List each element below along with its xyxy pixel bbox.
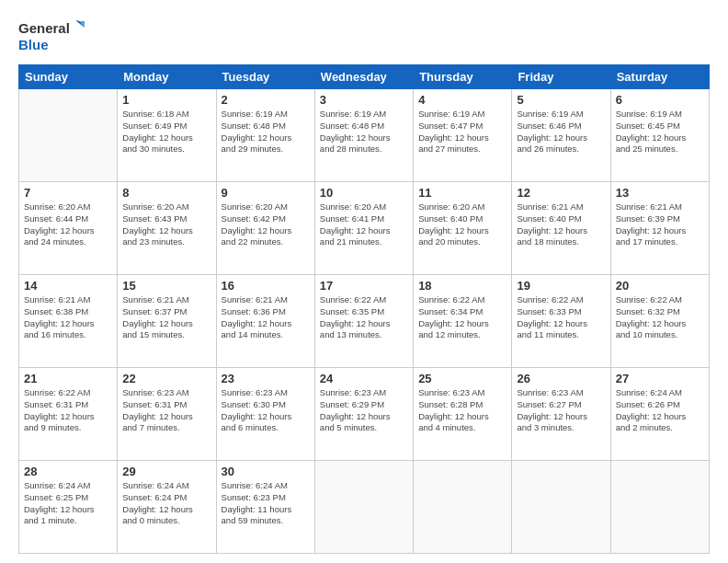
day-number: 10 (320, 186, 408, 200)
day-info: Sunrise: 6:19 AM Sunset: 6:47 PM Dayligh… (418, 109, 506, 155)
day-number: 7 (24, 186, 112, 200)
calendar-cell (610, 461, 709, 554)
weekday-header: Monday (118, 65, 216, 89)
calendar-cell: 13Sunrise: 6:21 AM Sunset: 6:39 PM Dayli… (610, 182, 709, 275)
day-info: Sunrise: 6:20 AM Sunset: 6:42 PM Dayligh… (222, 201, 310, 248)
calendar-cell: 5Sunrise: 6:19 AM Sunset: 6:46 PM Daylig… (512, 89, 610, 182)
calendar-cell: 20Sunrise: 6:22 AM Sunset: 6:32 PM Dayli… (610, 275, 709, 368)
day-info: Sunrise: 6:24 AM Sunset: 6:26 PM Dayligh… (616, 387, 704, 434)
calendar-cell (19, 89, 118, 182)
day-number: 14 (24, 279, 112, 293)
calendar-cell: 28Sunrise: 6:24 AM Sunset: 6:25 PM Dayli… (19, 461, 118, 554)
weekday-header: Saturday (610, 65, 709, 89)
calendar-cell: 27Sunrise: 6:24 AM Sunset: 6:26 PM Dayli… (610, 368, 709, 461)
calendar-cell: 12Sunrise: 6:21 AM Sunset: 6:40 PM Dayli… (512, 182, 610, 275)
day-info: Sunrise: 6:19 AM Sunset: 6:45 PM Dayligh… (616, 109, 704, 155)
calendar-week-row: 14Sunrise: 6:21 AM Sunset: 6:38 PM Dayli… (19, 275, 710, 368)
day-info: Sunrise: 6:21 AM Sunset: 6:38 PM Dayligh… (24, 294, 112, 341)
day-info: Sunrise: 6:23 AM Sunset: 6:27 PM Dayligh… (517, 387, 605, 434)
day-number: 16 (222, 279, 310, 293)
day-info: Sunrise: 6:21 AM Sunset: 6:39 PM Dayligh… (616, 201, 704, 248)
day-info: Sunrise: 6:19 AM Sunset: 6:48 PM Dayligh… (320, 109, 408, 155)
calendar-cell: 2Sunrise: 6:19 AM Sunset: 6:48 PM Daylig… (216, 89, 314, 182)
svg-text:Blue: Blue (18, 37, 49, 52)
day-number: 4 (418, 93, 506, 107)
weekday-header-row: SundayMondayTuesdayWednesdayThursdayFrid… (19, 65, 710, 89)
day-number: 28 (24, 465, 112, 478)
calendar-cell (512, 461, 610, 554)
day-number: 27 (616, 372, 704, 385)
day-info: Sunrise: 6:21 AM Sunset: 6:37 PM Dayligh… (122, 294, 210, 341)
day-number: 20 (616, 279, 704, 293)
calendar-week-row: 7Sunrise: 6:20 AM Sunset: 6:44 PM Daylig… (19, 182, 710, 275)
day-number: 21 (24, 372, 112, 385)
day-info: Sunrise: 6:24 AM Sunset: 6:24 PM Dayligh… (122, 480, 210, 527)
day-number: 13 (616, 186, 704, 200)
day-info: Sunrise: 6:20 AM Sunset: 6:40 PM Dayligh… (418, 201, 506, 248)
calendar-week-row: 28Sunrise: 6:24 AM Sunset: 6:25 PM Dayli… (19, 461, 710, 554)
day-info: Sunrise: 6:22 AM Sunset: 6:31 PM Dayligh… (24, 387, 112, 434)
calendar-cell: 4Sunrise: 6:19 AM Sunset: 6:47 PM Daylig… (414, 89, 512, 182)
calendar-cell: 17Sunrise: 6:22 AM Sunset: 6:35 PM Dayli… (314, 275, 413, 368)
calendar-cell: 8Sunrise: 6:20 AM Sunset: 6:43 PM Daylig… (118, 182, 216, 275)
calendar-cell: 9Sunrise: 6:20 AM Sunset: 6:42 PM Daylig… (216, 182, 314, 275)
day-number: 19 (517, 279, 605, 293)
day-info: Sunrise: 6:20 AM Sunset: 6:44 PM Dayligh… (24, 201, 112, 248)
day-number: 12 (517, 186, 605, 200)
day-number: 2 (222, 93, 310, 107)
day-info: Sunrise: 6:23 AM Sunset: 6:28 PM Dayligh… (418, 387, 506, 434)
day-info: Sunrise: 6:20 AM Sunset: 6:41 PM Dayligh… (320, 201, 408, 248)
day-number: 8 (122, 186, 210, 200)
calendar-cell: 7Sunrise: 6:20 AM Sunset: 6:44 PM Daylig… (19, 182, 118, 275)
day-number: 24 (320, 372, 408, 385)
day-info: Sunrise: 6:21 AM Sunset: 6:36 PM Dayligh… (222, 294, 310, 341)
day-info: Sunrise: 6:22 AM Sunset: 6:35 PM Dayligh… (320, 294, 408, 341)
day-info: Sunrise: 6:23 AM Sunset: 6:31 PM Dayligh… (122, 387, 210, 434)
calendar-cell: 29Sunrise: 6:24 AM Sunset: 6:24 PM Dayli… (118, 461, 216, 554)
calendar-cell: 26Sunrise: 6:23 AM Sunset: 6:27 PM Dayli… (512, 368, 610, 461)
weekday-header: Thursday (414, 65, 512, 89)
day-number: 5 (517, 93, 605, 107)
day-number: 29 (122, 465, 210, 478)
weekday-header: Friday (512, 65, 610, 89)
weekday-header: Sunday (19, 65, 118, 89)
weekday-header: Tuesday (216, 65, 314, 89)
day-number: 23 (222, 372, 310, 385)
day-info: Sunrise: 6:22 AM Sunset: 6:34 PM Dayligh… (418, 294, 506, 341)
day-info: Sunrise: 6:22 AM Sunset: 6:33 PM Dayligh… (517, 294, 605, 341)
calendar-cell (314, 461, 413, 554)
day-number: 30 (222, 465, 310, 478)
calendar-week-row: 1Sunrise: 6:18 AM Sunset: 6:49 PM Daylig… (19, 89, 710, 182)
day-info: Sunrise: 6:24 AM Sunset: 6:23 PM Dayligh… (222, 480, 310, 527)
logo: General Blue (18, 17, 85, 55)
calendar-table: SundayMondayTuesdayWednesdayThursdayFrid… (18, 64, 710, 554)
day-number: 11 (418, 186, 506, 200)
day-info: Sunrise: 6:22 AM Sunset: 6:32 PM Dayligh… (616, 294, 704, 341)
calendar-cell: 6Sunrise: 6:19 AM Sunset: 6:45 PM Daylig… (610, 89, 709, 182)
header: General Blue (18, 17, 710, 55)
calendar-cell: 10Sunrise: 6:20 AM Sunset: 6:41 PM Dayli… (314, 182, 413, 275)
svg-text:General: General (18, 20, 70, 36)
calendar-cell: 19Sunrise: 6:22 AM Sunset: 6:33 PM Dayli… (512, 275, 610, 368)
calendar-cell: 22Sunrise: 6:23 AM Sunset: 6:31 PM Dayli… (118, 368, 216, 461)
day-number: 15 (122, 279, 210, 293)
day-number: 9 (222, 186, 310, 200)
day-number: 3 (320, 93, 408, 107)
calendar-week-row: 21Sunrise: 6:22 AM Sunset: 6:31 PM Dayli… (19, 368, 710, 461)
day-info: Sunrise: 6:21 AM Sunset: 6:40 PM Dayligh… (517, 201, 605, 248)
day-info: Sunrise: 6:18 AM Sunset: 6:49 PM Dayligh… (122, 109, 210, 155)
page: General Blue SundayMondayTuesdayWednesda… (0, 0, 728, 563)
calendar-cell: 14Sunrise: 6:21 AM Sunset: 6:38 PM Dayli… (19, 275, 118, 368)
calendar-cell: 11Sunrise: 6:20 AM Sunset: 6:40 PM Dayli… (414, 182, 512, 275)
day-number: 25 (418, 372, 506, 385)
day-info: Sunrise: 6:23 AM Sunset: 6:30 PM Dayligh… (222, 387, 310, 434)
calendar-cell: 30Sunrise: 6:24 AM Sunset: 6:23 PM Dayli… (216, 461, 314, 554)
calendar-cell: 24Sunrise: 6:23 AM Sunset: 6:29 PM Dayli… (314, 368, 413, 461)
day-info: Sunrise: 6:19 AM Sunset: 6:46 PM Dayligh… (517, 109, 605, 155)
calendar-cell: 15Sunrise: 6:21 AM Sunset: 6:37 PM Dayli… (118, 275, 216, 368)
logo-svg: General Blue (18, 17, 85, 55)
day-number: 26 (517, 372, 605, 385)
calendar-cell: 21Sunrise: 6:22 AM Sunset: 6:31 PM Dayli… (19, 368, 118, 461)
day-number: 1 (122, 93, 210, 107)
calendar-cell: 18Sunrise: 6:22 AM Sunset: 6:34 PM Dayli… (414, 275, 512, 368)
